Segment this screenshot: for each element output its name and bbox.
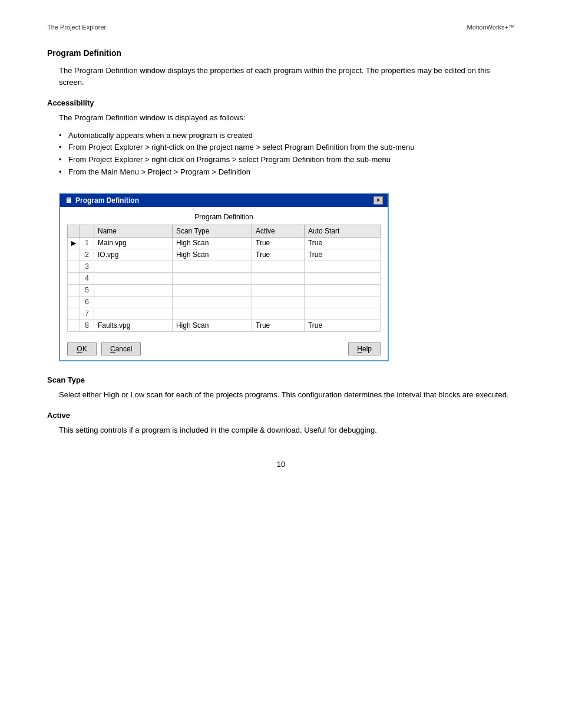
scan-type-text: Select either High or Low scan for each … bbox=[59, 389, 515, 401]
row-number: 4 bbox=[80, 272, 94, 284]
row-scan-type bbox=[172, 308, 252, 319]
active-text: This setting controls if a program is in… bbox=[59, 424, 515, 436]
row-number: 2 bbox=[80, 249, 94, 261]
dialog-footer: OK Cancel Help bbox=[60, 338, 388, 360]
ok-underline: O bbox=[77, 345, 82, 353]
row-arrow bbox=[68, 261, 80, 272]
row-name bbox=[94, 296, 173, 308]
row-name: IO.vpg bbox=[94, 249, 173, 261]
table-header-row: Name Scan Type Active Auto Start bbox=[68, 225, 381, 237]
titlebar-left: 🖥 Program Definition bbox=[65, 196, 139, 205]
ok-button[interactable]: OK bbox=[67, 342, 97, 355]
col-arrow bbox=[68, 225, 80, 237]
dialog-titlebar: 🖥 Program Definition × bbox=[60, 194, 388, 207]
bullet-4: From the Main Menu > Project > Program >… bbox=[59, 166, 515, 179]
row-number: 7 bbox=[80, 308, 94, 319]
row-name bbox=[94, 308, 173, 319]
active-title: Active bbox=[47, 411, 515, 420]
table-row: 7 bbox=[68, 308, 381, 319]
row-active bbox=[252, 272, 305, 284]
header-bar: The Project Explorer MotionWorks+™ bbox=[47, 24, 515, 31]
row-scan-type bbox=[172, 272, 252, 284]
row-number: 1 bbox=[80, 237, 94, 249]
scan-type-section: Scan Type Select either High or Low scan… bbox=[47, 375, 515, 401]
row-scan-type bbox=[172, 261, 252, 272]
accessibility-title: Accessibility bbox=[47, 98, 515, 107]
row-name: Main.vpg bbox=[94, 237, 173, 249]
col-auto-start: Auto Start bbox=[304, 225, 380, 237]
row-scan-type: High Scan bbox=[172, 249, 252, 261]
dialog-icon: 🖥 bbox=[65, 196, 72, 205]
accessibility-lead: The Program Definition window is display… bbox=[59, 112, 515, 124]
accessibility-bullets: Automatically appears when a new program… bbox=[59, 130, 515, 179]
table-row: 4 bbox=[68, 272, 381, 284]
col-num bbox=[80, 225, 94, 237]
dialog-title: Program Definition bbox=[75, 196, 139, 205]
col-active: Active bbox=[252, 225, 305, 237]
row-scan-type: High Scan bbox=[172, 319, 252, 331]
table-row: 2IO.vpgHigh ScanTrueTrue bbox=[68, 249, 381, 261]
col-name: Name bbox=[94, 225, 173, 237]
row-auto-start: True bbox=[304, 249, 380, 261]
row-name bbox=[94, 272, 173, 284]
bullet-1: Automatically appears when a new program… bbox=[59, 130, 515, 142]
program-table: Name Scan Type Active Auto Start ▶1Main.… bbox=[67, 225, 381, 332]
active-section: Active This setting controls if a progra… bbox=[47, 411, 515, 436]
page-number: 10 bbox=[47, 460, 515, 469]
row-auto-start: True bbox=[304, 319, 380, 331]
row-active: True bbox=[252, 319, 305, 331]
row-active: True bbox=[252, 237, 305, 249]
close-button[interactable]: × bbox=[373, 196, 383, 205]
row-auto-start bbox=[304, 296, 380, 308]
row-number: 5 bbox=[80, 284, 94, 296]
row-active bbox=[252, 296, 305, 308]
table-row: 6 bbox=[68, 296, 381, 308]
cancel-underline: C bbox=[110, 345, 115, 353]
header-right: MotionWorks+™ bbox=[467, 24, 515, 31]
row-number: 6 bbox=[80, 296, 94, 308]
row-arrow bbox=[68, 308, 80, 319]
program-definition-dialog: 🖥 Program Definition × Program Definitio… bbox=[59, 193, 389, 361]
row-arrow bbox=[68, 249, 80, 261]
intro-text: The Program Definition window displays t… bbox=[59, 65, 515, 88]
row-number: 3 bbox=[80, 261, 94, 272]
row-number: 8 bbox=[80, 319, 94, 331]
row-auto-start bbox=[304, 272, 380, 284]
row-active bbox=[252, 308, 305, 319]
dialog-content: Program Definition Name Scan Type Active… bbox=[60, 207, 388, 338]
row-scan-type bbox=[172, 296, 252, 308]
row-name bbox=[94, 284, 173, 296]
row-auto-start: True bbox=[304, 237, 380, 249]
row-arrow bbox=[68, 272, 80, 284]
row-arrow: ▶ bbox=[68, 237, 80, 249]
row-arrow bbox=[68, 296, 80, 308]
row-arrow bbox=[68, 319, 80, 331]
row-auto-start bbox=[304, 261, 380, 272]
row-scan-type: High Scan bbox=[172, 237, 252, 249]
row-name: Faults.vpg bbox=[94, 319, 173, 331]
bullet-2: From Project Explorer > right-click on t… bbox=[59, 141, 515, 154]
scan-type-title: Scan Type bbox=[47, 375, 515, 384]
row-auto-start bbox=[304, 308, 380, 319]
bullet-3: From Project Explorer > right-click on P… bbox=[59, 154, 515, 166]
help-button[interactable]: Help bbox=[348, 342, 381, 355]
row-active: True bbox=[252, 249, 305, 261]
table-body: ▶1Main.vpgHigh ScanTrueTrue2IO.vpgHigh S… bbox=[68, 237, 381, 331]
row-active bbox=[252, 284, 305, 296]
table-row: 8Faults.vpgHigh ScanTrueTrue bbox=[68, 319, 381, 331]
row-name bbox=[94, 261, 173, 272]
col-scan-type: Scan Type bbox=[172, 225, 252, 237]
cancel-button[interactable]: Cancel bbox=[101, 342, 141, 355]
row-arrow bbox=[68, 284, 80, 296]
table-row: 5 bbox=[68, 284, 381, 296]
main-title: Program Definition bbox=[47, 48, 515, 58]
row-auto-start bbox=[304, 284, 380, 296]
help-underline: H bbox=[357, 345, 362, 353]
row-scan-type bbox=[172, 284, 252, 296]
dialog-label: Program Definition bbox=[67, 213, 381, 221]
row-active bbox=[252, 261, 305, 272]
table-row: ▶1Main.vpgHigh ScanTrueTrue bbox=[68, 237, 381, 249]
table-row: 3 bbox=[68, 261, 381, 272]
header-left: The Project Explorer bbox=[47, 24, 106, 31]
